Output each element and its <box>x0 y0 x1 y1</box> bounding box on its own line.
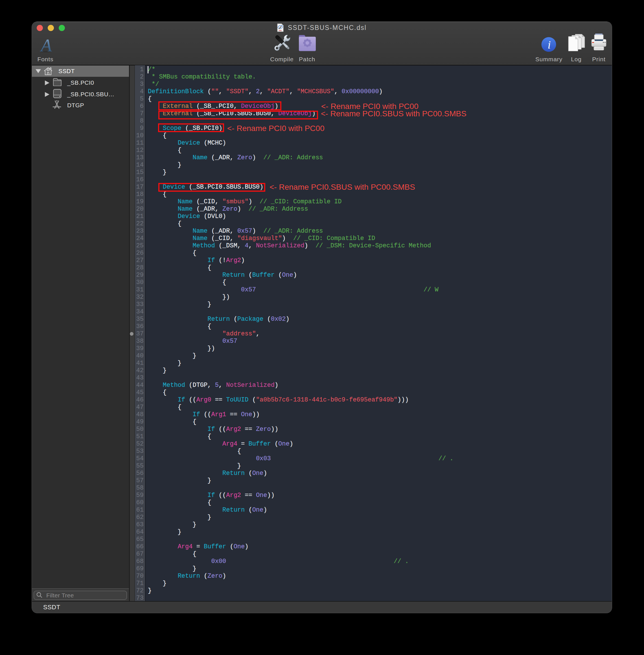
svg-text:DSL: DSL <box>279 30 282 31</box>
svg-text:A: A <box>40 38 52 53</box>
svg-text:i: i <box>548 38 551 51</box>
